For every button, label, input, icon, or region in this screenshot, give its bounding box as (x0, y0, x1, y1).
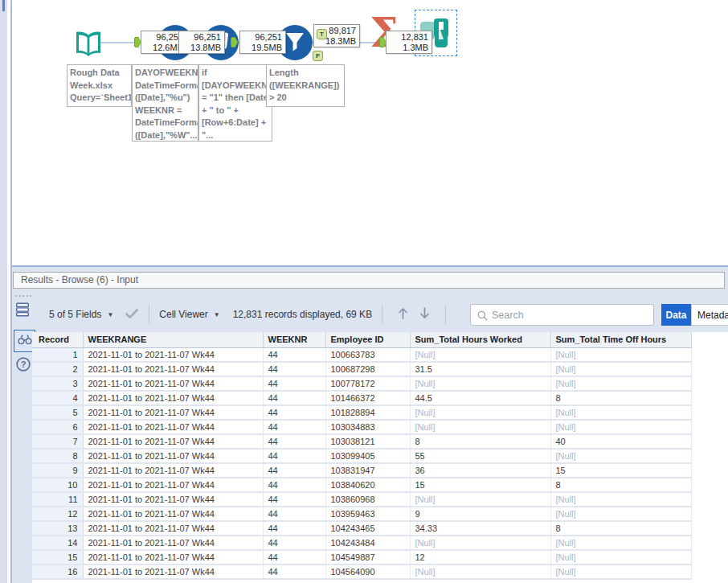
help-button[interactable]: ? (14, 356, 33, 376)
data-size: 13.8MB (179, 43, 221, 53)
data-cell: 44 (263, 565, 325, 579)
data-cell: [Null] (410, 420, 550, 434)
apply-check-icon[interactable] (125, 307, 139, 322)
table-row[interactable]: 62021-11-01 to 2021-11-07 Wk444410303488… (32, 420, 691, 434)
data-cell: 44 (263, 478, 325, 492)
record-number-cell: 15 (32, 550, 83, 565)
filter-false-anchor[interactable]: F (313, 51, 323, 61)
data-cell: 2021-11-01 to 2021-11-07 Wk44 (83, 420, 263, 434)
column-header[interactable]: Record (32, 332, 83, 347)
window-left-strip (0, 0, 7, 583)
data-cell: 103099405 (325, 449, 410, 463)
record-count: 96,251 (141, 32, 183, 43)
record-number-cell: 11 (32, 492, 83, 507)
rail-drag-grip[interactable]: ••••• (15, 293, 33, 298)
column-header[interactable]: WEEKRANGE (83, 332, 263, 347)
record-number-cell: 7 (32, 434, 83, 449)
record-number-cell: 2 (32, 362, 83, 376)
data-cell: 104243484 (325, 536, 410, 550)
annotation-filter[interactable]: Length ([WEEKRANGE]) > 20 (266, 64, 345, 107)
column-header[interactable]: Sum_Total Time Off Hours (550, 332, 691, 347)
data-cell: 36 (410, 463, 550, 478)
tab-data[interactable]: Data (661, 304, 691, 326)
table-header-row: RecordWEEKRANGEWEEKNREmployee IDSum_Tota… (32, 332, 691, 347)
data-cell: 44 (263, 507, 325, 521)
record-number-cell: 3 (32, 376, 83, 391)
data-cell: [Null] (410, 347, 550, 362)
fields-dropdown[interactable]: 5 of 5 Fields ▼ (49, 309, 113, 320)
input-data-book-icon (72, 49, 104, 63)
data-cell: 34.33 (410, 521, 550, 536)
data-cell: 2021-11-01 to 2021-11-07 Wk44 (83, 565, 263, 579)
data-cell: [Null] (410, 376, 550, 391)
column-header[interactable]: Employee ID (325, 332, 410, 347)
search-input[interactable] (492, 306, 651, 324)
filter-true-anchor[interactable]: T (317, 29, 327, 39)
data-cell: 44 (263, 449, 325, 463)
table-row[interactable]: 152021-11-01 to 2021-11-07 Wk44441045498… (32, 550, 691, 565)
table-row[interactable]: 52021-11-01 to 2021-11-07 Wk444410182889… (32, 405, 691, 420)
table-row[interactable]: 132021-11-01 to 2021-11-07 Wk44441042434… (32, 521, 691, 536)
scrollbar-thumb[interactable] (2, 0, 5, 11)
data-cell: [Null] (550, 362, 691, 376)
data-cell: 104549887 (325, 550, 410, 565)
results-toolbar: 5 of 5 Fields ▼ Cell Viewer ▼ 12,831 rec… (35, 302, 456, 326)
data-cell: 2021-11-01 to 2021-11-07 Wk44 (83, 449, 263, 463)
table-row[interactable]: 102021-11-01 to 2021-11-07 Wk44441038406… (32, 478, 691, 492)
record-number-cell: 12 (32, 507, 83, 521)
annotation-formula[interactable]: DAYOFWEEKNR DateTimeFormat ([Date],"%u")… (132, 64, 198, 142)
chevron-down-icon: ▼ (107, 311, 113, 318)
table-row[interactable]: 142021-11-01 to 2021-11-07 Wk44441042434… (32, 536, 691, 550)
table-row[interactable]: 22021-11-01 to 2021-11-07 Wk444410068729… (32, 362, 691, 376)
chevron-down-icon: ▼ (214, 311, 220, 318)
record-number-cell: 1 (32, 347, 83, 362)
column-header[interactable]: WEEKNR (263, 332, 325, 347)
table-row[interactable]: 82021-11-01 to 2021-11-07 Wk444410309940… (32, 449, 691, 463)
input-data-tool[interactable] (72, 28, 104, 64)
data-cell: 104564090 (325, 565, 410, 579)
data-cell: 2021-11-01 to 2021-11-07 Wk44 (83, 478, 263, 492)
workflow-canvas[interactable]: 96,251 12.6MB 96,251 13.8MB (12, 0, 728, 266)
data-cell: 2021-11-01 to 2021-11-07 Wk44 (83, 347, 263, 362)
question-icon: ? (14, 355, 32, 376)
record-count: 12,831 (386, 32, 428, 43)
annotation-input[interactable]: Rough Data Week.xlsx Query=`Sheet1$ (67, 64, 132, 107)
table-row[interactable]: 12021-11-01 to 2021-11-07 Wk444410066378… (32, 347, 691, 362)
cell-viewer-dropdown[interactable]: Cell Viewer ▼ (159, 309, 219, 320)
scroll-down-button[interactable] (419, 306, 431, 322)
connection-badge: 96,251 19.5MB (239, 31, 286, 54)
record-number-cell: 14 (32, 536, 83, 550)
layout-mode-button[interactable] (13, 302, 32, 321)
data-cell: 9 (410, 507, 550, 521)
record-number-cell: 5 (32, 405, 83, 420)
data-cell: 2021-11-01 to 2021-11-07 Wk44 (83, 434, 263, 449)
table-row[interactable]: 122021-11-01 to 2021-11-07 Wk44441039594… (32, 507, 691, 521)
data-cell: 44 (263, 391, 325, 405)
table-row[interactable]: 72021-11-01 to 2021-11-07 Wk444410303812… (32, 434, 691, 449)
table-row[interactable]: 42021-11-01 to 2021-11-07 Wk444410146637… (32, 391, 691, 405)
data-cell: 100663783 (325, 347, 410, 362)
data-cell: [Null] (550, 420, 691, 434)
annotation-multi-row[interactable]: if [DAYOFWEEKNR] = "1" then [Date] + " t… (198, 64, 272, 142)
data-cell: 15 (550, 463, 691, 478)
results-title: Results - Browse (6) - Input (13, 272, 725, 289)
results-table-viewport[interactable]: RecordWEEKRANGEWEEKNREmployee IDSum_Tota… (32, 332, 728, 583)
data-cell: 2021-11-01 to 2021-11-07 Wk44 (83, 391, 263, 405)
data-cell: [Null] (550, 507, 691, 521)
data-cell: 8 (410, 434, 550, 449)
svg-text:?: ? (21, 359, 27, 369)
table-row[interactable]: 112021-11-01 to 2021-11-07 Wk44441038609… (32, 492, 691, 507)
column-header[interactable]: Sum_Total Hours Worked (410, 332, 550, 347)
data-cell: 44 (263, 463, 325, 478)
record-number-cell: 16 (32, 565, 83, 579)
tab-metadata[interactable]: Metadata (691, 304, 728, 326)
table-row[interactable]: 32021-11-01 to 2021-11-07 Wk444410077817… (32, 376, 691, 391)
scroll-up-button[interactable] (397, 306, 409, 322)
table-row[interactable]: 162021-11-01 to 2021-11-07 Wk44441045640… (32, 565, 691, 579)
data-cell: [Null] (410, 565, 550, 579)
table-row[interactable]: 92021-11-01 to 2021-11-07 Wk444410383194… (32, 463, 691, 478)
data-cell: 101828894 (325, 405, 410, 420)
search-box (470, 304, 654, 326)
data-cell: 2021-11-01 to 2021-11-07 Wk44 (83, 536, 263, 550)
data-cell: [Null] (550, 536, 691, 550)
